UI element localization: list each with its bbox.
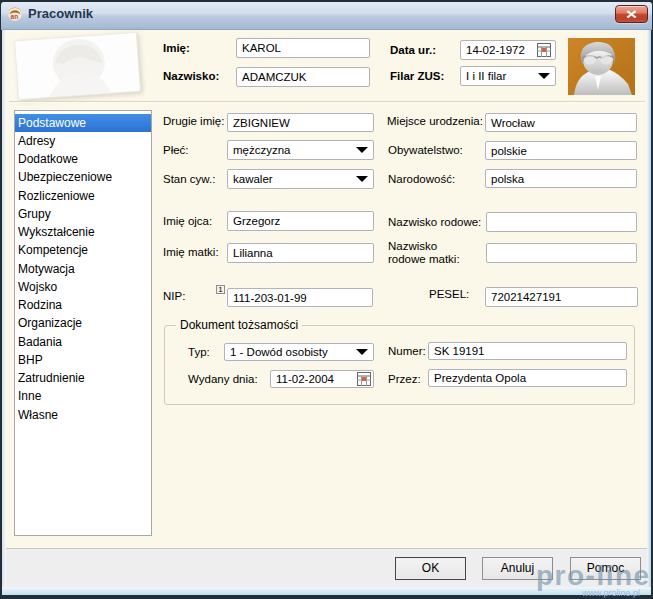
svg-text:an: an [11,13,19,20]
